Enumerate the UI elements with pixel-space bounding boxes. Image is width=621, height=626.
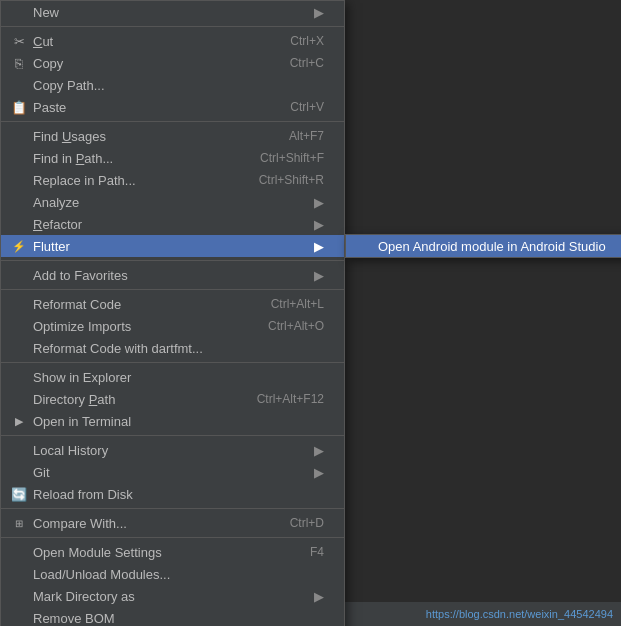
- paste-icon: 📋: [9, 100, 29, 115]
- separator-3: [1, 289, 344, 290]
- arrow-icon-new: ▶: [314, 5, 324, 20]
- menu-item-find-in-path[interactable]: Find in Path... Ctrl+Shift+F: [1, 147, 344, 169]
- menu-label-open-terminal: Open in Terminal: [33, 414, 324, 429]
- menu-item-new[interactable]: New ▶: [1, 1, 344, 23]
- menu-item-cut[interactable]: ✂ Cut Ctrl+X: [1, 30, 344, 52]
- menu-label-new: New: [33, 5, 306, 20]
- separator-0: [1, 26, 344, 27]
- shortcut-module-settings: F4: [310, 545, 324, 559]
- shortcut-directory-path: Ctrl+Alt+F12: [257, 392, 324, 406]
- copy-icon: ⎘: [9, 56, 29, 71]
- menu-label-load-unload: Load/Unload Modules...: [33, 567, 324, 582]
- menu-label-remove-bom: Remove BOM: [33, 611, 324, 626]
- menu-item-flutter[interactable]: ⚡ Flutter ▶ Open Android module in Andro…: [1, 235, 344, 257]
- shortcut-find-usages: Alt+F7: [289, 129, 324, 143]
- reload-icon: 🔄: [9, 487, 29, 502]
- arrow-icon-analyze: ▶: [314, 195, 324, 210]
- separator-7: [1, 537, 344, 538]
- menu-item-remove-bom[interactable]: Remove BOM: [1, 607, 344, 626]
- menu-item-optimize-imports[interactable]: Optimize Imports Ctrl+Alt+O: [1, 315, 344, 337]
- arrow-icon-git: ▶: [314, 465, 324, 480]
- menu-label-replace-in-path: Replace in Path...: [33, 173, 239, 188]
- menu-item-mark-directory[interactable]: Mark Directory as ▶: [1, 585, 344, 607]
- menu-item-paste[interactable]: 📋 Paste Ctrl+V: [1, 96, 344, 118]
- menu-label-add-favorites: Add to Favorites: [33, 268, 306, 283]
- shortcut-paste: Ctrl+V: [290, 100, 324, 114]
- menu-item-add-favorites[interactable]: Add to Favorites ▶: [1, 264, 344, 286]
- shortcut-optimize-imports: Ctrl+Alt+O: [268, 319, 324, 333]
- menu-label-paste: Paste: [33, 100, 270, 115]
- status-url: https://blog.csdn.net/weixin_44542494: [426, 608, 613, 620]
- context-menu: New ▶ ✂ Cut Ctrl+X ⎘ Copy Ctrl+C Copy Pa…: [0, 0, 345, 626]
- menu-item-copy[interactable]: ⎘ Copy Ctrl+C: [1, 52, 344, 74]
- menu-label-show-explorer: Show in Explorer: [33, 370, 324, 385]
- menu-item-show-explorer[interactable]: Show in Explorer: [1, 366, 344, 388]
- menu-label-directory-path: Directory Path: [33, 392, 237, 407]
- menu-label-find-usages: Find Usages: [33, 129, 269, 144]
- separator-6: [1, 508, 344, 509]
- menu-label-mark-directory: Mark Directory as: [33, 589, 306, 604]
- menu-item-git[interactable]: Git ▶: [1, 461, 344, 483]
- menu-label-reformat-code: Reformat Code: [33, 297, 251, 312]
- shortcut-cut: Ctrl+X: [290, 34, 324, 48]
- menu-item-reformat-code[interactable]: Reformat Code Ctrl+Alt+L: [1, 293, 344, 315]
- submenu-item-open-android-studio[interactable]: Open Android module in Android Studio: [346, 235, 621, 257]
- arrow-icon-local-history: ▶: [314, 443, 324, 458]
- menu-item-directory-path[interactable]: Directory Path Ctrl+Alt+F12: [1, 388, 344, 410]
- shortcut-copy: Ctrl+C: [290, 56, 324, 70]
- cut-icon: ✂: [9, 34, 29, 49]
- menu-label-local-history: Local History: [33, 443, 306, 458]
- separator-5: [1, 435, 344, 436]
- menu-item-reload-disk[interactable]: 🔄 Reload from Disk: [1, 483, 344, 505]
- flutter-icon: ⚡: [9, 240, 29, 253]
- menu-label-refactor: Refactor: [33, 217, 306, 232]
- separator-2: [1, 260, 344, 261]
- submenu-label-open-android-studio: Open Android module in Android Studio: [378, 239, 606, 254]
- shortcut-replace-in-path: Ctrl+Shift+R: [259, 173, 324, 187]
- menu-label-copy: Copy: [33, 56, 270, 71]
- compare-icon: ⊞: [9, 518, 29, 529]
- menu-item-open-terminal[interactable]: ▶ Open in Terminal: [1, 410, 344, 432]
- menu-item-load-unload[interactable]: Load/Unload Modules...: [1, 563, 344, 585]
- menu-label-reload-disk: Reload from Disk: [33, 487, 324, 502]
- menu-label-compare-with: Compare With...: [33, 516, 270, 531]
- separator-4: [1, 362, 344, 363]
- arrow-icon-mark-dir: ▶: [314, 589, 324, 604]
- shortcut-find-in-path: Ctrl+Shift+F: [260, 151, 324, 165]
- separator-1: [1, 121, 344, 122]
- arrow-icon-flutter: ▶: [314, 239, 324, 254]
- shortcut-compare-with: Ctrl+D: [290, 516, 324, 530]
- menu-item-module-settings[interactable]: Open Module Settings F4: [1, 541, 344, 563]
- menu-item-reformat-dartfmt[interactable]: Reformat Code with dartfmt...: [1, 337, 344, 359]
- arrow-icon-refactor: ▶: [314, 217, 324, 232]
- menu-label-flutter: Flutter: [33, 239, 306, 254]
- menu-item-find-usages[interactable]: Find Usages Alt+F7: [1, 125, 344, 147]
- menu-label-find-in-path: Find in Path...: [33, 151, 240, 166]
- menu-label-module-settings: Open Module Settings: [33, 545, 290, 560]
- flutter-submenu: Open Android module in Android Studio: [345, 234, 621, 258]
- menu-label-copy-path: Copy Path...: [33, 78, 324, 93]
- menu-item-replace-in-path[interactable]: Replace in Path... Ctrl+Shift+R: [1, 169, 344, 191]
- arrow-icon-favorites: ▶: [314, 268, 324, 283]
- shortcut-reformat-code: Ctrl+Alt+L: [271, 297, 324, 311]
- menu-label-git: Git: [33, 465, 306, 480]
- menu-item-compare-with[interactable]: ⊞ Compare With... Ctrl+D: [1, 512, 344, 534]
- menu-label-cut: Cut: [33, 34, 270, 49]
- menu-label-reformat-dartfmt: Reformat Code with dartfmt...: [33, 341, 324, 356]
- menu-item-refactor[interactable]: Refactor ▶: [1, 213, 344, 235]
- terminal-icon: ▶: [9, 415, 29, 428]
- menu-item-analyze[interactable]: Analyze ▶: [1, 191, 344, 213]
- menu-item-copy-path[interactable]: Copy Path...: [1, 74, 344, 96]
- menu-label-optimize-imports: Optimize Imports: [33, 319, 248, 334]
- menu-item-local-history[interactable]: Local History ▶: [1, 439, 344, 461]
- menu-label-analyze: Analyze: [33, 195, 306, 210]
